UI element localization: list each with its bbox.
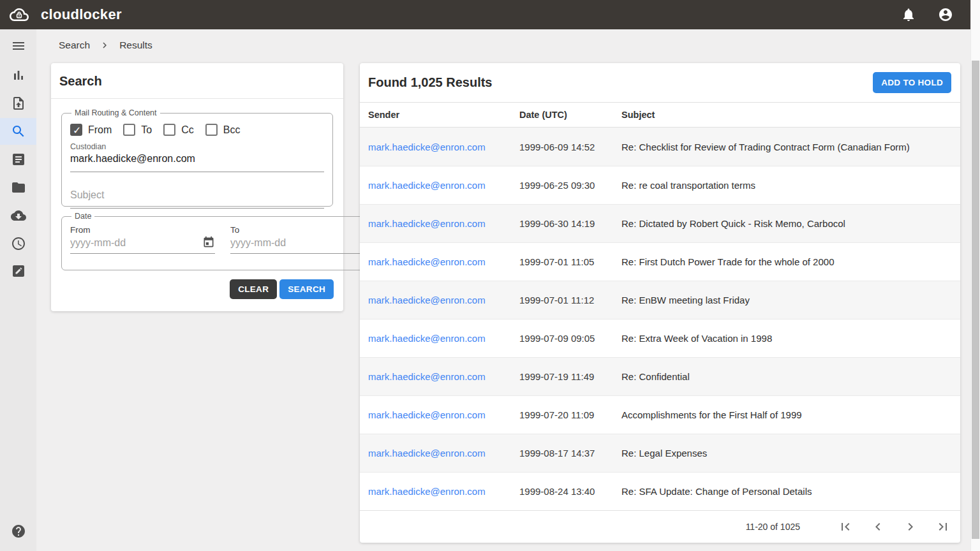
edit-note-icon bbox=[11, 263, 26, 279]
sender-link[interactable]: mark.haedicke@enron.com bbox=[368, 448, 486, 459]
sender-link[interactable]: mark.haedicke@enron.com bbox=[368, 142, 486, 152]
breadcrumb-search[interactable]: Search bbox=[59, 40, 90, 51]
row-subject: Re: First Dutch Power Trade for the whol… bbox=[621, 256, 960, 267]
table-row[interactable]: mark.haedicke@enron.com 1999-08-24 13:40… bbox=[360, 472, 960, 510]
row-subject: Re: Legal Expenses bbox=[621, 448, 960, 459]
account-circle-icon[interactable] bbox=[938, 7, 953, 22]
row-date: 1999-06-30 14:19 bbox=[519, 218, 621, 229]
date-from-input[interactable] bbox=[70, 237, 202, 249]
mail-routing-fieldset: Mail Routing & Content From To Cc Bcc Cu… bbox=[61, 108, 333, 207]
sender-link[interactable]: mark.haedicke@enron.com bbox=[368, 218, 486, 229]
menu-icon[interactable] bbox=[0, 33, 36, 59]
left-sidebar bbox=[0, 29, 36, 551]
main-content: Search Results Search Mail Routing & Con… bbox=[36, 29, 980, 551]
sender-link[interactable]: mark.haedicke@enron.com bbox=[368, 371, 486, 382]
vertical-scrollbar bbox=[970, 0, 980, 551]
article-icon bbox=[11, 152, 26, 167]
row-subject: Re: Extra Week of Vacation in 1998 bbox=[621, 333, 960, 344]
sender-link[interactable]: mark.haedicke@enron.com bbox=[368, 333, 486, 344]
table-row[interactable]: mark.haedicke@enron.com 1999-06-25 09:30… bbox=[360, 166, 960, 204]
from-checkbox-label: From bbox=[88, 124, 112, 136]
sidebar-item-documents[interactable] bbox=[0, 146, 36, 173]
results-table-header: Sender Date (UTC) Subject bbox=[360, 102, 960, 128]
table-row[interactable]: mark.haedicke@enron.com 1999-06-09 14:52… bbox=[360, 128, 960, 166]
table-row[interactable]: mark.haedicke@enron.com 1999-07-09 09:05… bbox=[360, 319, 960, 357]
row-subject: Re: Confidential bbox=[621, 371, 960, 382]
help-icon[interactable] bbox=[0, 518, 36, 545]
custodian-label: Custodian bbox=[70, 142, 324, 151]
date-fieldset: Date From To bbox=[61, 212, 384, 270]
previous-page-icon[interactable] bbox=[870, 519, 886, 534]
sender-link[interactable]: mark.haedicke@enron.com bbox=[368, 486, 486, 497]
date-to-input[interactable] bbox=[230, 237, 362, 249]
row-subject: Re: re coal transportation terms bbox=[621, 180, 960, 191]
pagination-range-label: 11-20 of 1025 bbox=[746, 522, 800, 532]
table-row[interactable]: mark.haedicke@enron.com 1999-08-17 14:37… bbox=[360, 434, 960, 472]
sidebar-item-history[interactable] bbox=[0, 230, 36, 257]
cloud-lock-logo-icon bbox=[6, 5, 32, 24]
upload-file-icon bbox=[11, 96, 26, 111]
sidebar-item-exports[interactable] bbox=[0, 202, 36, 229]
bar-chart-icon bbox=[11, 68, 26, 83]
scrollbar-thumb[interactable] bbox=[972, 61, 979, 539]
to-checkbox[interactable] bbox=[123, 124, 135, 136]
cc-checkbox[interactable] bbox=[163, 124, 175, 136]
mail-routing-legend: Mail Routing & Content bbox=[71, 108, 160, 117]
sender-link[interactable]: mark.haedicke@enron.com bbox=[368, 180, 486, 191]
date-to-field: To bbox=[230, 222, 375, 254]
sender-link[interactable]: mark.haedicke@enron.com bbox=[368, 409, 486, 420]
sidebar-item-folders[interactable] bbox=[0, 174, 36, 201]
row-date: 1999-07-09 09:05 bbox=[519, 333, 621, 344]
bcc-checkbox-label: Bcc bbox=[223, 124, 241, 136]
results-table-body: mark.haedicke@enron.com 1999-06-09 14:52… bbox=[360, 128, 960, 510]
calendar-icon[interactable] bbox=[202, 236, 215, 249]
sidebar-item-upload[interactable] bbox=[0, 90, 36, 117]
sidebar-item-search[interactable] bbox=[0, 118, 36, 145]
custodian-input[interactable] bbox=[70, 151, 324, 172]
date-from-label: From bbox=[70, 225, 215, 235]
sender-link[interactable]: mark.haedicke@enron.com bbox=[368, 256, 486, 267]
date-to-label: To bbox=[230, 225, 375, 235]
search-button[interactable]: SEARCH bbox=[279, 279, 334, 299]
history-clock-icon bbox=[11, 236, 26, 251]
sidebar-item-dashboard[interactable] bbox=[0, 62, 36, 89]
to-checkbox-label: To bbox=[141, 124, 152, 136]
routing-checkbox-row: From To Cc Bcc bbox=[70, 124, 324, 136]
results-title: Found 1,025 Results bbox=[368, 75, 493, 90]
table-row[interactable]: mark.haedicke@enron.com 1999-07-01 11:05… bbox=[360, 242, 960, 281]
row-date: 1999-06-25 09:30 bbox=[519, 180, 621, 191]
date-from-field: From bbox=[70, 222, 215, 254]
results-panel: Found 1,025 Results ADD TO HOLD Sender D… bbox=[360, 63, 960, 543]
top-app-bar: cloudlocker bbox=[0, 0, 980, 29]
folder-icon bbox=[11, 180, 26, 195]
divider bbox=[51, 98, 343, 99]
subject-field-wrap bbox=[70, 187, 324, 210]
bcc-checkbox[interactable] bbox=[205, 124, 218, 136]
first-page-icon[interactable] bbox=[838, 519, 853, 534]
row-date: 1999-07-20 11:09 bbox=[519, 409, 621, 420]
table-row[interactable]: mark.haedicke@enron.com 1999-06-30 14:19… bbox=[360, 204, 960, 242]
subject-input[interactable] bbox=[70, 187, 324, 209]
sender-link[interactable]: mark.haedicke@enron.com bbox=[368, 295, 486, 305]
row-subject: Re: EnBW meeting last Friday bbox=[621, 295, 960, 305]
search-panel: Search Mail Routing & Content From To Cc… bbox=[51, 63, 343, 311]
notifications-bell-icon[interactable] bbox=[901, 7, 916, 22]
last-page-icon[interactable] bbox=[935, 519, 951, 534]
from-checkbox[interactable] bbox=[70, 124, 82, 136]
row-subject: Re: Dictated by Robert Quick - Risk Memo… bbox=[621, 218, 960, 229]
breadcrumb-results: Results bbox=[119, 40, 152, 51]
date-legend: Date bbox=[71, 212, 94, 221]
table-row[interactable]: mark.haedicke@enron.com 1999-07-01 11:12… bbox=[360, 281, 960, 319]
column-header-subject: Subject bbox=[621, 110, 960, 120]
row-date: 1999-07-01 11:12 bbox=[519, 295, 621, 305]
table-row[interactable]: mark.haedicke@enron.com 1999-07-20 11:09… bbox=[360, 395, 960, 434]
row-date: 1999-06-09 14:52 bbox=[519, 142, 621, 152]
cloud-download-icon bbox=[11, 208, 26, 223]
sidebar-item-notes[interactable] bbox=[0, 258, 36, 284]
add-to-hold-button[interactable]: ADD TO HOLD bbox=[873, 72, 951, 93]
next-page-icon[interactable] bbox=[903, 519, 918, 534]
table-row[interactable]: mark.haedicke@enron.com 1999-07-19 11:49… bbox=[360, 357, 960, 395]
cc-checkbox-label: Cc bbox=[181, 124, 194, 136]
clear-button[interactable]: CLEAR bbox=[230, 279, 277, 299]
row-date: 1999-07-19 11:49 bbox=[519, 371, 621, 382]
